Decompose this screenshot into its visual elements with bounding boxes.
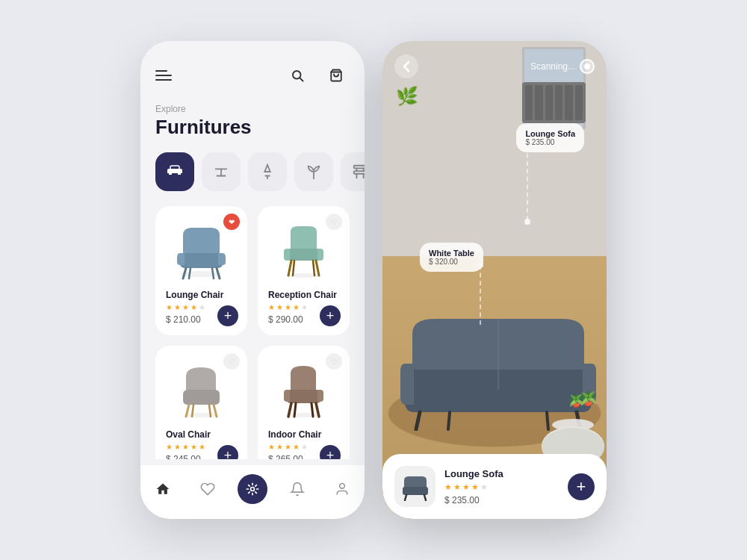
add-button-1[interactable]: + — [217, 305, 238, 326]
bottom-nav — [140, 465, 365, 519]
svg-point-27 — [287, 413, 320, 417]
ar-add-button[interactable]: + — [568, 473, 595, 500]
svg-line-18 — [288, 261, 291, 276]
tooltip-table-name: White Table — [429, 249, 474, 258]
svg-point-12 — [180, 271, 222, 277]
ar-back-button[interactable] — [394, 55, 418, 78]
menu-button[interactable] — [155, 70, 172, 81]
ar-phone: 🌿 🪴 🪴 — [382, 41, 607, 519]
svg-line-43 — [424, 495, 426, 500]
product-card-reception-chair[interactable]: ♡ — [258, 206, 350, 335]
product-name-2: Reception Chair — [268, 290, 339, 300]
category-shelf[interactable] — [341, 152, 365, 191]
ar-card-image — [394, 466, 436, 507]
svg-point-22 — [185, 413, 217, 417]
explore-label: Explore — [155, 104, 350, 114]
nav-ar[interactable] — [238, 474, 267, 504]
svg-line-20 — [293, 261, 294, 276]
dot-line-1 — [527, 146, 528, 220]
favorite-button-3[interactable]: ♡ — [223, 353, 240, 370]
plant-small: 🪴 — [568, 392, 584, 408]
ar-sofa — [397, 304, 599, 431]
product-name-4: Indoor Chair — [268, 429, 339, 440]
category-sofa[interactable] — [155, 152, 194, 191]
category-lamp[interactable] — [248, 152, 287, 191]
product-name-3: Oval Chair — [166, 429, 237, 440]
scan-dot — [580, 59, 595, 74]
nav-notifications[interactable] — [282, 474, 312, 504]
svg-point-32 — [251, 488, 255, 491]
favorite-button-2[interactable]: ♡ — [326, 214, 342, 230]
add-button-2[interactable]: + — [320, 305, 341, 326]
ar-topbar: Scanning... — [382, 41, 607, 92]
ar-bottom-card: Lounge Sofa ★ ★ ★ ★ ★ $ 235.00 + — [382, 454, 607, 519]
ar-card-info: Lounge Sofa ★ ★ ★ ★ ★ $ 235.00 — [444, 468, 559, 505]
tooltip-table-price: $ 320.00 — [429, 258, 474, 266]
top-bar — [155, 62, 350, 89]
category-table[interactable] — [202, 152, 241, 191]
product-card-oval-chair[interactable]: ♡ Oval — [155, 346, 247, 459]
favorite-button-1[interactable]: ❤ — [223, 214, 240, 230]
svg-line-35 — [416, 412, 420, 429]
category-plant[interactable] — [294, 152, 333, 191]
product-card-indoor-chair[interactable]: ♡ — [258, 346, 350, 459]
tooltip-lounge-name: Lounge Sofa — [525, 129, 575, 138]
tooltip-lounge-price: $ 235.00 — [525, 138, 575, 146]
cart-button[interactable] — [323, 62, 350, 89]
search-button[interactable] — [284, 62, 311, 89]
page-title: Furnitures — [155, 116, 350, 139]
svg-line-16 — [212, 268, 214, 279]
ar-tooltip-white-table[interactable]: White Table $ 320.00 — [420, 243, 483, 272]
dot-line-2 — [480, 265, 481, 325]
product-name-1: Lounge Chair — [166, 290, 237, 300]
product-card-lounge-chair[interactable]: ❤ — [155, 206, 247, 335]
svg-line-14 — [217, 268, 220, 279]
ar-room: 🌿 🪴 🪴 — [382, 41, 607, 519]
svg-line-21 — [313, 261, 314, 276]
svg-line-37 — [448, 412, 450, 429]
svg-point-33 — [340, 484, 345, 489]
favorite-button-4[interactable]: ♡ — [326, 353, 342, 370]
nav-home[interactable] — [148, 474, 178, 504]
ar-tooltip-lounge-sofa[interactable]: Lounge Sofa $ 235.00 — [516, 123, 584, 152]
ar-scan-status: Scanning... — [530, 59, 595, 74]
nav-profile[interactable] — [327, 474, 357, 504]
ar-card-name: Lounge Sofa — [444, 468, 559, 479]
shop-phone: Explore Furnitures — [140, 41, 365, 519]
svg-line-42 — [405, 495, 406, 500]
product-grid: ❤ — [155, 206, 350, 459]
category-row — [155, 152, 350, 191]
svg-line-31 — [311, 403, 313, 417]
nav-wishlist[interactable] — [193, 474, 223, 504]
svg-line-15 — [189, 268, 190, 279]
svg-line-13 — [183, 268, 186, 279]
top-icons — [284, 62, 350, 89]
svg-line-19 — [316, 261, 319, 276]
svg-line-30 — [294, 403, 296, 417]
svg-line-1 — [300, 78, 303, 81]
ar-card-price: $ 235.00 — [444, 495, 559, 505]
dot-circle-1 — [524, 219, 530, 225]
ar-card-stars: ★ ★ ★ ★ ★ — [444, 482, 559, 492]
